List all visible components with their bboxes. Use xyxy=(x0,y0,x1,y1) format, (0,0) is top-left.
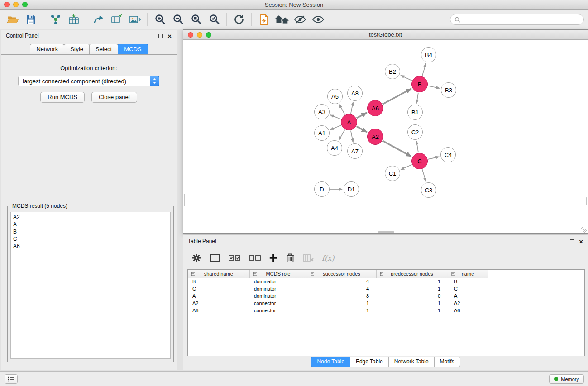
column-header-predecessor-nodes[interactable]: predecessor nodes xyxy=(376,270,448,278)
zoom-fit-button[interactable] xyxy=(187,11,205,28)
result-item-a[interactable]: A xyxy=(13,221,168,228)
node-C4[interactable]: C4 xyxy=(440,147,456,162)
network-minimize-button[interactable] xyxy=(197,32,202,38)
float-panel-icon[interactable] xyxy=(158,34,163,38)
apply-layout-button[interactable] xyxy=(230,11,248,28)
node-B[interactable]: B xyxy=(411,76,428,92)
zoom-out-button[interactable] xyxy=(169,11,187,28)
close-window-button[interactable] xyxy=(4,2,10,7)
edge-A2-C[interactable] xyxy=(383,141,411,157)
edge-A-A3[interactable] xyxy=(330,115,341,119)
edge-B-B1[interactable] xyxy=(416,93,418,103)
network-zoom-button[interactable] xyxy=(206,32,211,38)
edge-A-A6[interactable] xyxy=(357,113,367,118)
edge-A-A4[interactable] xyxy=(339,130,345,140)
table-cell[interactable]: connector xyxy=(249,300,307,307)
edge-A-A8[interactable] xyxy=(351,102,353,114)
node-A4[interactable]: A4 xyxy=(327,140,342,156)
zoom-window-button[interactable] xyxy=(22,2,28,7)
table-cell[interactable]: A2 xyxy=(448,300,488,307)
run-mcds-button[interactable]: Run MCDS xyxy=(40,92,85,103)
tab-select[interactable]: Select xyxy=(89,44,118,54)
show-panels-button[interactable] xyxy=(309,11,327,28)
table-settings-button[interactable] xyxy=(191,251,202,265)
node-A2[interactable]: A2 xyxy=(367,129,383,145)
table-cell[interactable]: 1 xyxy=(307,300,376,307)
close-panel-button[interactable]: Close panel xyxy=(91,92,137,103)
tab-node-table[interactable]: Node Table xyxy=(311,357,350,367)
edge-B-B3[interactable] xyxy=(428,86,440,88)
right-scrollbar[interactable] xyxy=(586,197,587,205)
node-D1[interactable]: D1 xyxy=(344,181,359,197)
zoom-in-button[interactable] xyxy=(151,11,169,28)
tab-edge-table[interactable]: Edge Table xyxy=(350,357,389,367)
edge-C-C4[interactable] xyxy=(428,157,440,159)
table-cell[interactable]: 4 xyxy=(307,278,376,285)
table-cell[interactable]: 1 xyxy=(376,307,448,314)
export-network-button[interactable] xyxy=(90,11,108,28)
node-C3[interactable]: C3 xyxy=(421,182,436,198)
close-table-panel-icon[interactable]: × xyxy=(579,238,583,245)
panel-menu-button[interactable] xyxy=(5,374,18,384)
network-canvas[interactable]: B4B2BB3A5A8A6B1A3AA1C2A2A4A7C4CC1C3DD1 xyxy=(183,40,588,233)
edge-A-A7[interactable] xyxy=(351,131,353,143)
edge-A-A5[interactable] xyxy=(339,105,345,115)
node-B1[interactable]: B1 xyxy=(407,105,423,120)
node-C2[interactable]: C2 xyxy=(407,124,423,140)
minimize-window-button[interactable] xyxy=(13,2,19,7)
node-A[interactable]: A xyxy=(341,114,357,130)
tab-motifs[interactable]: Motifs xyxy=(434,357,460,367)
horizontal-scrollbar[interactable] xyxy=(378,231,394,233)
table-cell[interactable]: B xyxy=(448,278,488,285)
table-cell[interactable]: 1 xyxy=(307,307,376,314)
table-cell[interactable]: A xyxy=(188,292,249,300)
table-cell[interactable]: A6 xyxy=(188,307,249,314)
node-A5[interactable]: A5 xyxy=(327,89,343,104)
node-C1[interactable]: C1 xyxy=(385,166,400,181)
table-row[interactable]: A2connector11A2 xyxy=(188,300,584,307)
result-item-c[interactable]: C xyxy=(13,235,168,243)
result-item-a2[interactable]: A2 xyxy=(13,214,168,221)
edge-C-C1[interactable] xyxy=(401,165,411,170)
node-C[interactable]: C xyxy=(411,153,428,169)
column-header-shared-name[interactable]: shared name xyxy=(188,270,249,278)
float-table-panel-icon[interactable] xyxy=(570,239,574,243)
table-cell[interactable]: 0 xyxy=(376,292,448,300)
table-row[interactable]: Adominator80A xyxy=(188,292,584,300)
tab-style[interactable]: Style xyxy=(64,44,90,54)
node-A1[interactable]: A1 xyxy=(314,125,330,141)
mcds-result-list[interactable]: A2ABCA6 xyxy=(10,212,171,359)
table-cell[interactable]: 1 xyxy=(376,300,448,307)
tab-network[interactable]: Network xyxy=(30,44,64,54)
table-cell[interactable]: 1 xyxy=(376,285,448,292)
export-image-button[interactable] xyxy=(126,11,144,28)
node-A8[interactable]: A8 xyxy=(347,86,363,101)
column-header-successor-nodes[interactable]: successor nodes xyxy=(307,270,376,278)
edge-A-A1[interactable] xyxy=(330,125,341,130)
table-cell[interactable]: dominator xyxy=(249,278,307,285)
node-A7[interactable]: A7 xyxy=(347,143,363,159)
table-cell[interactable]: C xyxy=(448,285,488,292)
table-row[interactable]: Cdominator41C xyxy=(188,285,584,292)
export-table-button[interactable] xyxy=(108,11,126,28)
table-cell[interactable]: A6 xyxy=(448,307,488,314)
deselect-all-button[interactable] xyxy=(249,251,261,265)
vertical-scrollbar[interactable] xyxy=(184,194,185,206)
table-cell[interactable]: 4 xyxy=(307,285,376,292)
new-network-button[interactable] xyxy=(255,11,273,28)
close-panel-icon[interactable]: × xyxy=(167,33,172,39)
result-item-b[interactable]: B xyxy=(13,228,168,235)
column-header-name[interactable]: name xyxy=(448,270,488,278)
node-A3[interactable]: A3 xyxy=(314,104,330,119)
home-view-button[interactable] xyxy=(273,11,291,28)
optimization-dropdown[interactable]: largest connected component (directed) xyxy=(18,76,159,86)
edge-B-B4[interactable] xyxy=(422,63,426,76)
node-B4[interactable]: B4 xyxy=(421,47,436,62)
table-cell[interactable]: 8 xyxy=(307,292,376,300)
tab-mcds[interactable]: MCDS xyxy=(118,44,148,54)
zoom-selected-button[interactable] xyxy=(205,11,223,28)
node-B2[interactable]: B2 xyxy=(385,64,400,79)
select-all-button[interactable] xyxy=(228,251,241,265)
tab-network-table[interactable]: Network Table xyxy=(388,357,435,367)
edge-B-B2[interactable] xyxy=(401,75,412,81)
